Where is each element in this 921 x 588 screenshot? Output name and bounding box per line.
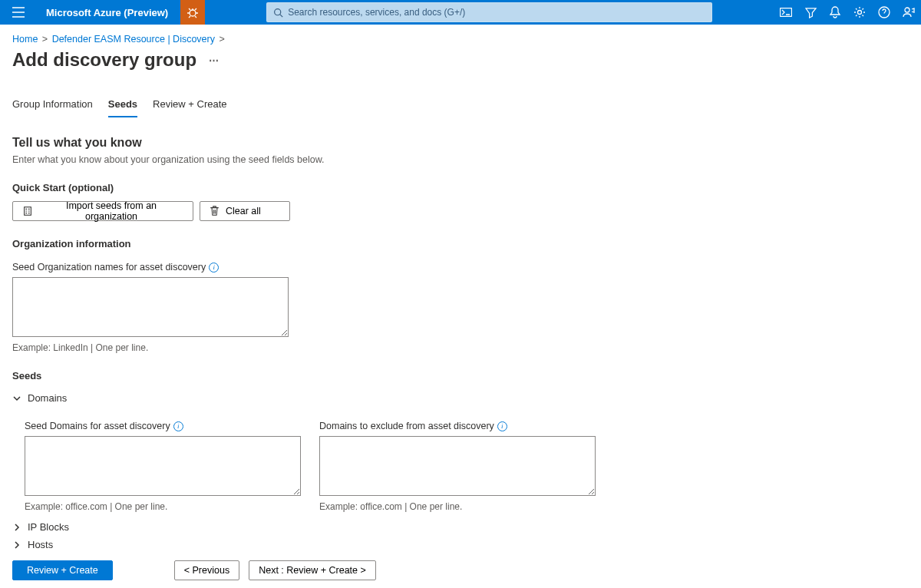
accordion-domains[interactable]: Domains xyxy=(12,389,909,407)
bug-icon xyxy=(187,6,199,18)
tab-row: Group Information Seeds Review + Create xyxy=(0,80,921,117)
search-icon xyxy=(273,8,283,18)
info-icon[interactable]: i xyxy=(173,421,183,431)
seed-domains-input[interactable] xyxy=(25,436,301,496)
search-input[interactable] xyxy=(288,7,705,18)
svg-point-0 xyxy=(190,10,196,16)
intro-heading: Tell us what you know xyxy=(12,136,909,150)
chevron-right-icon xyxy=(12,540,21,550)
notifications-button[interactable] xyxy=(823,0,847,25)
info-icon[interactable]: i xyxy=(497,421,507,431)
svg-point-3 xyxy=(858,11,862,15)
topbar: Microsoft Azure (Preview) xyxy=(0,0,921,25)
intro-subtext: Enter what you know about your organizat… xyxy=(12,154,909,165)
chevron-right-icon xyxy=(12,523,21,532)
feedback-icon xyxy=(903,6,915,18)
seed-domains-label: Seed Domains for asset discovery i xyxy=(25,421,183,431)
global-search[interactable] xyxy=(266,2,712,22)
accordion-hosts[interactable]: Hosts xyxy=(12,536,909,553)
svg-point-1 xyxy=(275,8,281,15)
gear-icon xyxy=(853,6,866,18)
import-seeds-button[interactable]: Import seeds from an organization xyxy=(12,201,193,221)
next-button[interactable]: Next : Review + Create > xyxy=(249,560,376,580)
breadcrumb-sep: > xyxy=(42,34,48,45)
accordion-domains-label: Domains xyxy=(28,392,67,404)
quick-start-heading: Quick Start (optional) xyxy=(12,182,909,193)
clear-all-label: Clear all xyxy=(226,206,261,216)
hamburger-icon xyxy=(12,7,25,18)
accordion-ip-blocks-label: IP Blocks xyxy=(28,521,69,533)
org-info-heading: Organization information xyxy=(12,238,909,249)
trash-icon xyxy=(210,206,220,216)
tab-review-create[interactable]: Review + Create xyxy=(153,98,226,117)
accordion-ip-blocks[interactable]: IP Blocks xyxy=(12,518,909,536)
breadcrumb-sep: > xyxy=(219,34,224,45)
cloud-shell-button[interactable] xyxy=(774,0,798,25)
svg-rect-2 xyxy=(781,8,792,17)
review-create-button[interactable]: Review + Create xyxy=(12,560,113,580)
tab-group-information[interactable]: Group Information xyxy=(12,98,93,117)
breadcrumb: Home > Defender EASM Resource | Discover… xyxy=(0,25,921,49)
help-icon xyxy=(878,6,890,18)
accordion-domains-body: Seed Domains for asset discovery i Examp… xyxy=(12,407,909,518)
search-wrap xyxy=(205,2,774,22)
preview-bug-button[interactable] xyxy=(180,0,205,25)
breadcrumb-home[interactable]: Home xyxy=(12,34,38,45)
org-names-label: Seed Organization names for asset discov… xyxy=(12,262,219,273)
cloud-shell-icon xyxy=(780,8,792,17)
settings-button[interactable] xyxy=(847,0,872,25)
help-button[interactable] xyxy=(872,0,896,25)
exclude-domains-label: Domains to exclude from asset discovery … xyxy=(319,421,507,431)
exclude-domains-helper: Example: office.com | One per line. xyxy=(319,501,596,512)
accordion-hosts-label: Hosts xyxy=(28,539,53,550)
info-icon[interactable]: i xyxy=(209,263,219,273)
svg-rect-6 xyxy=(25,207,31,216)
brand-label: Microsoft Azure (Preview) xyxy=(37,7,177,18)
breadcrumb-defender[interactable]: Defender EASM Resource | Discovery xyxy=(52,34,215,45)
top-right-icons xyxy=(774,0,921,25)
page-more-button[interactable]: ⋯ xyxy=(206,51,223,69)
org-names-input[interactable] xyxy=(12,277,289,337)
clear-all-button[interactable]: Clear all xyxy=(200,201,290,221)
footer: Review + Create < Previous Next : Review… xyxy=(0,553,921,588)
bell-icon xyxy=(830,6,840,18)
chevron-down-icon xyxy=(12,394,21,403)
seed-domains-helper: Example: office.com | One per line. xyxy=(25,501,301,512)
filter-icon xyxy=(805,7,817,18)
feedback-button[interactable] xyxy=(896,0,921,25)
import-seeds-label: Import seeds from an organization xyxy=(39,200,183,222)
exclude-domains-input[interactable] xyxy=(319,436,596,496)
svg-point-5 xyxy=(905,8,909,12)
seeds-heading: Seeds xyxy=(12,370,909,382)
tab-seeds[interactable]: Seeds xyxy=(108,98,137,117)
org-names-helper: Example: LinkedIn | One per line. xyxy=(12,342,909,353)
page-title: Add discovery group xyxy=(12,49,196,71)
content: Tell us what you know Enter what you kno… xyxy=(0,117,921,553)
organization-icon xyxy=(22,206,33,216)
page-title-row: Add discovery group ⋯ xyxy=(0,49,921,80)
filter-button[interactable] xyxy=(798,0,823,25)
previous-button[interactable]: < Previous xyxy=(174,560,239,580)
nav-toggle-button[interactable] xyxy=(0,0,37,25)
